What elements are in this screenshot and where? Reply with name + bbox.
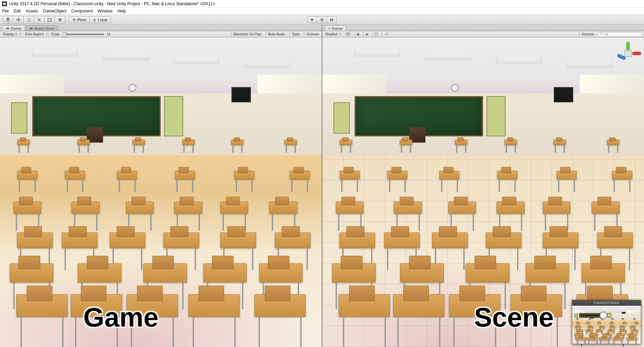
scene-tabs: ⌗ Scene	[322, 25, 644, 31]
scale-label: Scale	[50, 32, 60, 36]
step-button[interactable]	[327, 16, 337, 23]
fx-toggle-icon[interactable]	[372, 32, 379, 37]
play-button[interactable]	[307, 16, 317, 23]
rotate-tool[interactable]	[24, 16, 34, 24]
menu-edit[interactable]: Edit	[14, 9, 21, 14]
game-tabs: Game Asset Store	[0, 25, 322, 31]
svg-marker-9	[311, 18, 314, 21]
shading-mode-dropdown[interactable]: Shaded	[324, 32, 341, 36]
scene-search-input[interactable]: All	[598, 32, 643, 37]
scene-viewport[interactable]: Camera Preview Scene	[322, 37, 644, 347]
transform-tool[interactable]	[55, 16, 65, 24]
rect-tool[interactable]	[44, 16, 55, 24]
pivot-handle-group: Pivot Local	[69, 16, 111, 23]
game-viewport[interactable]: Game	[0, 37, 322, 347]
gizmos-dropdown[interactable]: Gizmos	[304, 31, 320, 37]
menu-window[interactable]: Window	[98, 9, 112, 14]
window-titlebar: Unity 2017.4.2f2 Personal (64bit) - Clas…	[0, 0, 644, 8]
scene-panel: ⌗ Scene Shaded 2D Gizmos All	[322, 25, 644, 347]
mute-audio-toggle[interactable]: Mute Audio	[265, 31, 287, 37]
hand-tool[interactable]	[3, 16, 13, 24]
svg-rect-13	[332, 18, 333, 21]
tab-scene-label: Scene	[332, 26, 342, 31]
tab-asset-store-label: Asset Store	[34, 26, 54, 31]
stats-toggle[interactable]: Stats	[289, 31, 302, 37]
svg-point-4	[51, 18, 52, 19]
svg-point-5	[48, 21, 48, 22]
svg-rect-10	[321, 18, 322, 21]
svg-marker-0	[3, 2, 6, 6]
scene-tab-icon: ⌗	[328, 26, 330, 31]
tab-asset-store[interactable]: Asset Store	[26, 25, 58, 31]
fx-dropdown[interactable]	[381, 32, 388, 37]
menu-help[interactable]: Help	[117, 9, 126, 14]
pivot-icon	[73, 18, 76, 22]
local-icon	[93, 18, 96, 22]
local-toggle[interactable]: Local	[90, 16, 111, 23]
pivot-label: Pivot	[77, 18, 86, 22]
scene-controlbar: Shaded 2D Gizmos All	[322, 31, 644, 37]
svg-point-6	[51, 21, 52, 22]
maximize-on-play-toggle[interactable]: Maximize On Play	[231, 31, 264, 37]
pivot-toggle[interactable]: Pivot	[69, 16, 90, 23]
pause-button[interactable]	[317, 16, 327, 23]
move-tool[interactable]	[13, 16, 24, 24]
transform-tool-group	[3, 16, 65, 24]
svg-point-18	[600, 33, 602, 35]
asset-store-icon	[29, 27, 33, 30]
camera-preview-title: Camera Preview	[572, 300, 641, 306]
scale-slider[interactable]	[62, 34, 104, 35]
tab-scene[interactable]: ⌗ Scene	[324, 25, 346, 31]
menu-component[interactable]: Component	[71, 9, 93, 14]
search-icon	[600, 33, 603, 36]
svg-marker-12	[330, 18, 332, 21]
svg-rect-1	[39, 19, 40, 20]
svg-rect-11	[322, 18, 323, 21]
play-controls	[307, 16, 337, 23]
display-dropdown[interactable]: Display 1	[1, 32, 22, 36]
menu-file[interactable]: File	[2, 9, 9, 14]
camera-preview[interactable]: Camera Preview	[572, 300, 641, 344]
window-title: Unity 2017.4.2f2 Personal (64bit) - Clas…	[9, 1, 215, 6]
menu-assets[interactable]: Assets	[26, 9, 38, 14]
panels-container: Game Asset Store Display 1 Free Aspect S…	[0, 25, 644, 347]
svg-rect-17	[375, 33, 378, 36]
menu-bar: File Edit Assets GameObject Component Wi…	[0, 8, 644, 15]
search-placeholder: All	[604, 33, 608, 36]
aspect-dropdown[interactable]: Free Aspect	[24, 32, 48, 36]
gizmo-x-axis[interactable]	[632, 52, 641, 55]
game-tab-icon	[6, 27, 9, 30]
scene-gizmos-dropdown[interactable]: Gizmos	[579, 31, 595, 37]
svg-point-3	[48, 18, 48, 19]
scale-tool[interactable]	[34, 16, 44, 24]
scale-value: 1x	[106, 32, 111, 36]
svg-point-8	[74, 19, 75, 20]
menu-gameobject[interactable]: GameObject	[43, 9, 66, 14]
tab-game[interactable]: Game	[2, 25, 25, 31]
svg-point-16	[357, 33, 359, 35]
game-panel: Game Asset Store Display 1 Free Aspect S…	[0, 25, 322, 347]
svg-rect-15	[30, 27, 33, 29]
gizmo-y-axis[interactable]	[626, 42, 630, 51]
svg-rect-14	[6, 28, 9, 29]
lighting-toggle-icon[interactable]	[354, 32, 361, 37]
svg-rect-2	[48, 18, 51, 21]
tab-game-label: Game	[11, 26, 21, 31]
local-label: Local	[98, 18, 107, 22]
audio-toggle-icon[interactable]	[363, 32, 370, 37]
main-toolbar: Pivot Local	[0, 15, 644, 25]
game-controlbar: Display 1 Free Aspect Scale 1x Maximize …	[0, 31, 322, 37]
gizmo-cube[interactable]	[625, 50, 632, 57]
unity-logo-icon	[2, 1, 7, 6]
2d-toggle[interactable]: 2D	[344, 31, 352, 37]
orientation-gizmo[interactable]	[614, 40, 642, 67]
